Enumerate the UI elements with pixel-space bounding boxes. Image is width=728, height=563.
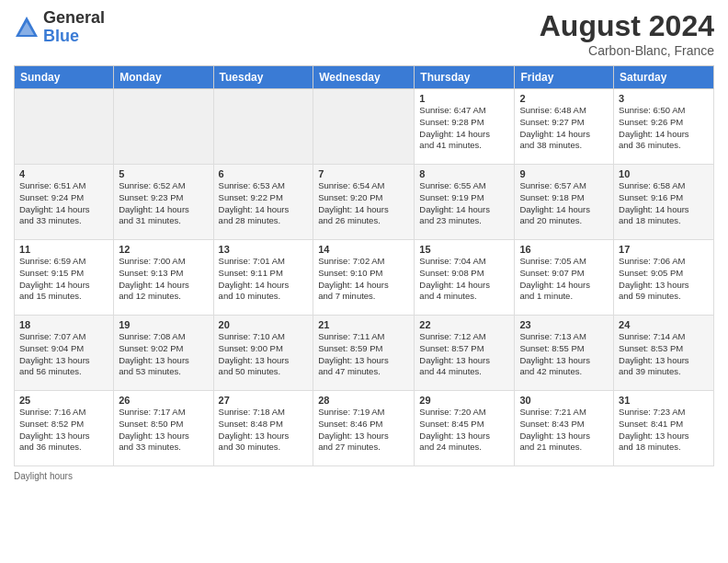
day-info: Sunrise: 6:55 AM Sunset: 9:19 PM Dayligh… bbox=[419, 180, 509, 227]
day-number: 8 bbox=[419, 168, 509, 179]
day-number: 26 bbox=[119, 395, 208, 406]
location: Carbon-Blanc, France bbox=[540, 43, 714, 58]
calendar-cell: 2Sunrise: 6:48 AM Sunset: 9:27 PM Daylig… bbox=[515, 89, 614, 165]
calendar-cell: 15Sunrise: 7:04 AM Sunset: 9:08 PM Dayli… bbox=[415, 240, 515, 316]
weekday-header: Saturday bbox=[614, 66, 714, 89]
day-info: Sunrise: 7:21 AM Sunset: 8:43 PM Dayligh… bbox=[519, 407, 609, 454]
day-number: 15 bbox=[419, 244, 509, 255]
day-number: 6 bbox=[219, 168, 309, 179]
calendar-week-row: 1Sunrise: 6:47 AM Sunset: 9:28 PM Daylig… bbox=[15, 89, 714, 165]
day-number: 21 bbox=[318, 319, 409, 330]
day-number: 31 bbox=[619, 395, 709, 406]
calendar-cell: 7Sunrise: 6:54 AM Sunset: 9:20 PM Daylig… bbox=[313, 165, 415, 240]
day-info: Sunrise: 6:50 AM Sunset: 9:26 PM Dayligh… bbox=[619, 105, 709, 152]
weekday-header: Monday bbox=[114, 66, 213, 89]
calendar-cell: 11Sunrise: 6:59 AM Sunset: 9:15 PM Dayli… bbox=[15, 240, 114, 316]
calendar-week-row: 11Sunrise: 6:59 AM Sunset: 9:15 PM Dayli… bbox=[15, 240, 714, 316]
day-number: 14 bbox=[318, 244, 409, 255]
weekday-header: Sunday bbox=[15, 66, 114, 89]
day-info: Sunrise: 7:00 AM Sunset: 9:13 PM Dayligh… bbox=[119, 256, 208, 303]
calendar-cell: 16Sunrise: 7:05 AM Sunset: 9:07 PM Dayli… bbox=[515, 240, 614, 316]
calendar-cell: 12Sunrise: 7:00 AM Sunset: 9:13 PM Dayli… bbox=[114, 240, 213, 316]
day-info: Sunrise: 7:10 AM Sunset: 9:00 PM Dayligh… bbox=[219, 331, 309, 378]
calendar-cell: 28Sunrise: 7:19 AM Sunset: 8:46 PM Dayli… bbox=[313, 391, 415, 466]
calendar-week-row: 4Sunrise: 6:51 AM Sunset: 9:24 PM Daylig… bbox=[15, 165, 714, 240]
page: General Blue August 2024 Carbon-Blanc, F… bbox=[0, 0, 728, 563]
day-number: 23 bbox=[519, 319, 609, 330]
day-number: 7 bbox=[318, 168, 409, 179]
weekday-header: Tuesday bbox=[213, 66, 313, 89]
logo: General Blue bbox=[14, 9, 105, 46]
day-info: Sunrise: 7:18 AM Sunset: 8:48 PM Dayligh… bbox=[219, 407, 309, 454]
day-info: Sunrise: 7:02 AM Sunset: 9:10 PM Dayligh… bbox=[318, 256, 409, 303]
day-number: 12 bbox=[119, 244, 208, 255]
day-info: Sunrise: 7:23 AM Sunset: 8:41 PM Dayligh… bbox=[619, 407, 709, 454]
day-number: 20 bbox=[219, 319, 309, 330]
calendar-cell: 14Sunrise: 7:02 AM Sunset: 9:10 PM Dayli… bbox=[313, 240, 415, 316]
daylight-label: Daylight hours bbox=[14, 471, 73, 481]
day-info: Sunrise: 6:57 AM Sunset: 9:18 PM Dayligh… bbox=[519, 180, 609, 227]
calendar-cell: 19Sunrise: 7:08 AM Sunset: 9:02 PM Dayli… bbox=[114, 316, 213, 391]
day-number: 27 bbox=[219, 395, 309, 406]
calendar-cell: 29Sunrise: 7:20 AM Sunset: 8:45 PM Dayli… bbox=[415, 391, 515, 466]
day-number: 24 bbox=[619, 319, 709, 330]
day-info: Sunrise: 6:47 AM Sunset: 9:28 PM Dayligh… bbox=[419, 105, 509, 152]
calendar-cell: 27Sunrise: 7:18 AM Sunset: 8:48 PM Dayli… bbox=[213, 391, 313, 466]
calendar-week-row: 25Sunrise: 7:16 AM Sunset: 8:52 PM Dayli… bbox=[15, 391, 714, 466]
calendar-cell: 31Sunrise: 7:23 AM Sunset: 8:41 PM Dayli… bbox=[614, 391, 714, 466]
day-number: 13 bbox=[219, 244, 309, 255]
calendar-cell: 10Sunrise: 6:58 AM Sunset: 9:16 PM Dayli… bbox=[614, 165, 714, 240]
day-info: Sunrise: 6:59 AM Sunset: 9:15 PM Dayligh… bbox=[19, 256, 108, 303]
calendar-cell: 5Sunrise: 6:52 AM Sunset: 9:23 PM Daylig… bbox=[114, 165, 213, 240]
day-info: Sunrise: 6:52 AM Sunset: 9:23 PM Dayligh… bbox=[119, 180, 208, 227]
calendar-cell: 22Sunrise: 7:12 AM Sunset: 8:57 PM Dayli… bbox=[415, 316, 515, 391]
day-number: 22 bbox=[419, 319, 509, 330]
day-info: Sunrise: 7:07 AM Sunset: 9:04 PM Dayligh… bbox=[19, 331, 108, 378]
calendar-cell: 21Sunrise: 7:11 AM Sunset: 8:59 PM Dayli… bbox=[313, 316, 415, 391]
day-info: Sunrise: 7:04 AM Sunset: 9:08 PM Dayligh… bbox=[419, 256, 509, 303]
calendar-cell: 24Sunrise: 7:14 AM Sunset: 8:53 PM Dayli… bbox=[614, 316, 714, 391]
day-number: 2 bbox=[519, 93, 609, 104]
day-number: 5 bbox=[119, 168, 208, 179]
calendar-cell: 17Sunrise: 7:06 AM Sunset: 9:05 PM Dayli… bbox=[614, 240, 714, 316]
day-info: Sunrise: 7:14 AM Sunset: 8:53 PM Dayligh… bbox=[619, 331, 709, 378]
day-number: 11 bbox=[19, 244, 108, 255]
calendar-cell: 20Sunrise: 7:10 AM Sunset: 9:00 PM Dayli… bbox=[213, 316, 313, 391]
calendar-cell bbox=[15, 89, 114, 165]
day-number: 16 bbox=[519, 244, 609, 255]
day-number: 3 bbox=[619, 93, 709, 104]
calendar-cell: 9Sunrise: 6:57 AM Sunset: 9:18 PM Daylig… bbox=[515, 165, 614, 240]
calendar-cell: 23Sunrise: 7:13 AM Sunset: 8:55 PM Dayli… bbox=[515, 316, 614, 391]
calendar-cell: 1Sunrise: 6:47 AM Sunset: 9:28 PM Daylig… bbox=[415, 89, 515, 165]
day-info: Sunrise: 6:58 AM Sunset: 9:16 PM Dayligh… bbox=[619, 180, 709, 227]
calendar-cell bbox=[213, 89, 313, 165]
day-number: 18 bbox=[19, 319, 108, 330]
footer-note: Daylight hours bbox=[14, 471, 714, 481]
day-info: Sunrise: 6:53 AM Sunset: 9:22 PM Dayligh… bbox=[219, 180, 309, 227]
day-info: Sunrise: 6:54 AM Sunset: 9:20 PM Dayligh… bbox=[318, 180, 409, 227]
calendar-cell bbox=[114, 89, 213, 165]
weekday-header: Friday bbox=[515, 66, 614, 89]
day-number: 29 bbox=[419, 395, 509, 406]
calendar-cell: 25Sunrise: 7:16 AM Sunset: 8:52 PM Dayli… bbox=[15, 391, 114, 466]
day-info: Sunrise: 7:05 AM Sunset: 9:07 PM Dayligh… bbox=[519, 256, 609, 303]
logo-icon bbox=[14, 15, 40, 40]
day-info: Sunrise: 7:12 AM Sunset: 8:57 PM Dayligh… bbox=[419, 331, 509, 378]
day-info: Sunrise: 7:16 AM Sunset: 8:52 PM Dayligh… bbox=[19, 407, 108, 454]
day-info: Sunrise: 6:51 AM Sunset: 9:24 PM Dayligh… bbox=[19, 180, 108, 227]
day-info: Sunrise: 6:48 AM Sunset: 9:27 PM Dayligh… bbox=[519, 105, 609, 152]
logo-blue: Blue bbox=[43, 28, 105, 46]
calendar-cell: 26Sunrise: 7:17 AM Sunset: 8:50 PM Dayli… bbox=[114, 391, 213, 466]
day-number: 30 bbox=[519, 395, 609, 406]
day-number: 4 bbox=[19, 168, 108, 179]
day-info: Sunrise: 7:20 AM Sunset: 8:45 PM Dayligh… bbox=[419, 407, 509, 454]
month-title: August 2024 bbox=[540, 9, 714, 43]
calendar-cell: 4Sunrise: 6:51 AM Sunset: 9:24 PM Daylig… bbox=[15, 165, 114, 240]
day-number: 19 bbox=[119, 319, 208, 330]
logo-text: General Blue bbox=[43, 9, 105, 46]
weekday-header: Wednesday bbox=[313, 66, 415, 89]
day-info: Sunrise: 7:13 AM Sunset: 8:55 PM Dayligh… bbox=[519, 331, 609, 378]
logo-general: General bbox=[43, 9, 105, 28]
day-info: Sunrise: 7:06 AM Sunset: 9:05 PM Dayligh… bbox=[619, 256, 709, 303]
header: General Blue August 2024 Carbon-Blanc, F… bbox=[14, 9, 714, 58]
